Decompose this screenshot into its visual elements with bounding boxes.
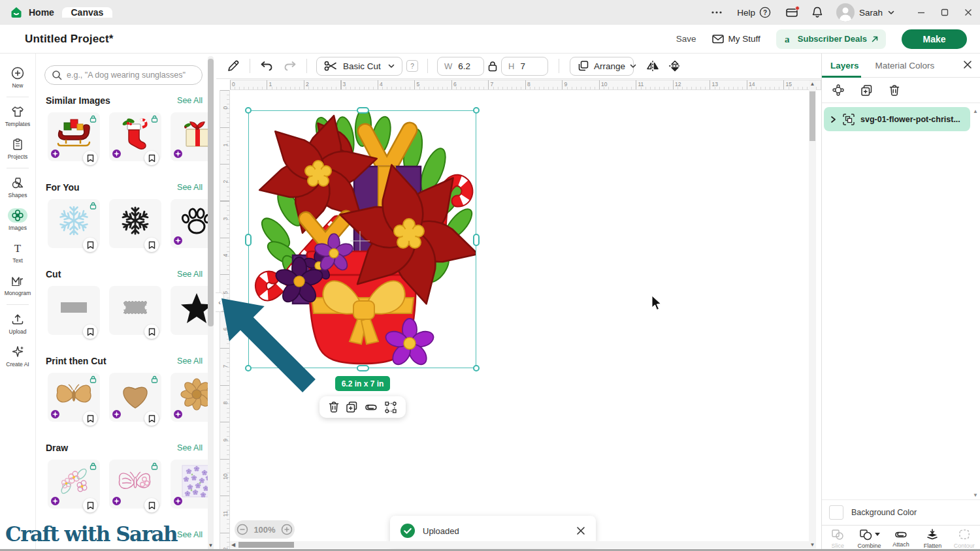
resize-handle-e[interactable]	[473, 234, 480, 246]
scroll-down-arrow[interactable]: ▼	[809, 542, 816, 548]
sidebar-item-text[interactable]: TText	[0, 236, 35, 269]
help-button[interactable]: Help ?	[728, 0, 779, 25]
ungroup-icon[interactable]	[832, 84, 845, 97]
sidebar-item-new[interactable]: New	[0, 61, 35, 94]
expand-layer-chevron[interactable]	[829, 116, 837, 123]
image-card-gift-box[interactable]	[171, 112, 208, 161]
image-card-snowflake-black[interactable]	[109, 199, 161, 248]
bookmark-button[interactable]	[83, 238, 97, 252]
canvas[interactable]: 0123456789101112131415 0123456789101112	[216, 79, 821, 551]
image-card-butterfly-tan[interactable]	[48, 373, 100, 422]
home-tab[interactable]: Home	[0, 6, 62, 19]
sidebar-item-shapes[interactable]: Shapes	[0, 171, 35, 204]
resize-handle-ne[interactable]	[473, 107, 480, 114]
minimize-button[interactable]	[909, 0, 933, 25]
bookmark-button[interactable]	[144, 151, 159, 165]
toast-close-button[interactable]	[576, 526, 585, 535]
image-card-floral-cluster[interactable]	[48, 460, 100, 509]
image-card-flower-tan[interactable]	[171, 373, 208, 422]
see-all-link[interactable]: See All	[177, 356, 203, 366]
sidebar-item-create-ai[interactable]: Create AI	[0, 340, 35, 373]
image-card-christmas-sleigh[interactable]	[48, 112, 100, 161]
image-search-box[interactable]	[44, 65, 203, 85]
layers-scroll-up-arrow[interactable]: ▲	[973, 108, 978, 114]
layers-scroll-down-arrow[interactable]: ▼	[973, 492, 978, 498]
undo-button[interactable]	[259, 59, 274, 72]
resize-handle-s[interactable]	[357, 365, 369, 371]
see-all-link[interactable]: See All	[177, 270, 203, 279]
weld-selection-button[interactable]	[384, 401, 397, 414]
scroll-left-arrow[interactable]: ◀	[231, 541, 235, 548]
save-button[interactable]: Save	[676, 34, 696, 44]
see-all-link[interactable]: See All	[177, 96, 203, 105]
sidebar-item-projects[interactable]: Projects	[0, 133, 35, 165]
draw-tool-button[interactable]	[226, 59, 240, 73]
tab-canvas[interactable]: Canvas	[62, 7, 112, 18]
tab-layers[interactable]: Layers	[830, 61, 859, 71]
height-field[interactable]: H 7	[501, 57, 548, 76]
subscription-button[interactable]	[779, 0, 805, 25]
background-color-swatch[interactable]	[829, 505, 843, 520]
see-all-link[interactable]: See All	[177, 183, 203, 192]
bookmark-button[interactable]	[144, 411, 159, 426]
image-card-heart-tan[interactable]	[109, 373, 161, 422]
my-stuff-button[interactable]: My Stuff	[712, 34, 760, 44]
image-card-christmas-stocking[interactable]	[109, 112, 161, 161]
bookmark-button[interactable]	[144, 238, 159, 252]
make-button[interactable]: Make	[902, 29, 967, 49]
notifications-button[interactable]	[805, 0, 830, 25]
image-card-label-rect[interactable]	[48, 286, 100, 335]
search-input[interactable]	[67, 71, 195, 80]
subscriber-deals-button[interactable]: a Subscriber Deals	[776, 29, 886, 49]
sidebar-item-images[interactable]: Images	[0, 204, 35, 236]
bookmark-button[interactable]	[144, 498, 159, 512]
lock-ratio-button[interactable]	[488, 61, 497, 72]
trash-icon[interactable]	[889, 84, 900, 97]
image-card-stamp-rect[interactable]	[109, 286, 161, 335]
close-window-button[interactable]	[956, 0, 980, 25]
image-card-snowflake-blue[interactable]	[48, 199, 100, 248]
width-field[interactable]: W 6.2	[437, 57, 484, 76]
canvas-hscrollbar[interactable]: ◀ ▶	[230, 541, 816, 548]
redo-button[interactable]	[283, 59, 297, 72]
vscroll-thumb[interactable]	[809, 91, 815, 141]
close-panel-button[interactable]	[963, 60, 972, 69]
bookmark-button[interactable]	[83, 498, 97, 512]
panel-scrollbar-thumb[interactable]	[208, 59, 214, 326]
image-card-butterfly-pink[interactable]	[109, 460, 161, 509]
resize-handle-w[interactable]	[245, 234, 252, 246]
maximize-button[interactable]	[933, 0, 956, 25]
scroll-up-arrow[interactable]: ▲	[809, 81, 816, 87]
image-card-star[interactable]	[171, 286, 208, 335]
bookmark-button[interactable]	[83, 411, 97, 426]
resize-handle-nw[interactable]	[245, 107, 252, 114]
bookmark-button[interactable]	[144, 324, 159, 339]
canvas-vscrollbar[interactable]: ▲ ▼	[809, 80, 816, 548]
image-card-floral-pattern[interactable]	[171, 460, 208, 509]
flip-horizontal-button[interactable]	[645, 59, 660, 72]
panel-scroll-down-arrow[interactable]: ▼	[208, 543, 214, 548]
duplicate-icon[interactable]	[860, 84, 873, 97]
bookmark-button[interactable]	[83, 324, 97, 339]
layer-row-selected[interactable]: svg-01-flower-pot-christ...	[824, 107, 970, 131]
delete-selection-button[interactable]	[328, 401, 340, 413]
resize-handle-n[interactable]	[357, 107, 369, 114]
zoom-out-button[interactable]	[237, 524, 248, 535]
hscroll-thumb[interactable]	[238, 542, 294, 548]
tool-attach[interactable]: Attach	[885, 526, 917, 551]
more-options-button[interactable]	[706, 0, 728, 25]
sidebar-item-templates[interactable]: Templates	[0, 100, 35, 133]
linetype-help-button[interactable]: ?	[406, 60, 418, 72]
duplicate-selection-button[interactable]	[346, 401, 358, 413]
flip-vertical-button[interactable]	[668, 59, 682, 72]
resize-handle-se[interactable]	[473, 365, 480, 371]
tool-flatten[interactable]: Flatten	[917, 526, 948, 551]
linetype-dropdown[interactable]: Basic Cut	[316, 57, 402, 76]
sidebar-item-upload[interactable]: Upload	[0, 307, 35, 340]
tab-material-colors[interactable]: Material Colors	[875, 61, 935, 71]
account-menu[interactable]: Sarah	[830, 3, 898, 22]
bookmark-button[interactable]	[83, 151, 97, 165]
panel-scrollbar[interactable]: ▼	[208, 56, 214, 551]
see-all-link[interactable]: See All	[177, 443, 203, 452]
arrange-dropdown[interactable]: Arrange	[570, 57, 634, 76]
